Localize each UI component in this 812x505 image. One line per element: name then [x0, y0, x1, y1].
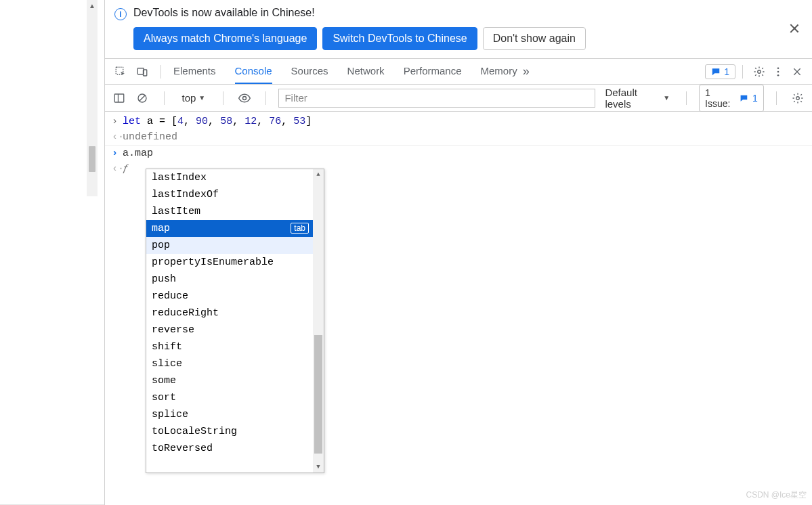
tab-elements[interactable]: Elements — [173, 59, 216, 84]
inspect-element-icon[interactable] — [110, 62, 131, 82]
autocomplete-item[interactable]: lastIndexOf — [146, 186, 313, 203]
input-chevron-icon: › — [112, 148, 123, 159]
device-toolbar-icon[interactable] — [132, 62, 152, 82]
autocomplete-item[interactable]: slice — [146, 355, 313, 372]
close-icon[interactable] — [789, 23, 800, 34]
svg-rect-7 — [114, 94, 124, 102]
function-marker: ƒ — [123, 163, 129, 175]
watermark: CSDN @Ice星空 — [746, 489, 807, 501]
tab-console[interactable]: Console — [235, 59, 272, 84]
svg-point-11 — [243, 96, 247, 100]
autocomplete-scrollbar[interactable]: ▲ ▼ — [313, 169, 324, 473]
issues-badge[interactable]: 1 Issue: 1 — [699, 85, 764, 112]
scrollbar-down-arrow[interactable]: ▼ — [316, 462, 320, 473]
live-expression-icon[interactable] — [236, 89, 253, 108]
filter-input[interactable] — [278, 89, 595, 108]
chevron-down-icon: ▼ — [198, 94, 205, 102]
switch-language-button[interactable]: Switch DevTools to Chinese — [322, 27, 477, 50]
svg-line-10 — [140, 95, 146, 101]
divider — [161, 65, 161, 79]
divider — [776, 91, 777, 105]
messages-badge[interactable]: 1 — [705, 64, 735, 79]
scrollbar-track[interactable] — [313, 180, 324, 462]
tab-network[interactable]: Network — [347, 59, 385, 84]
close-devtools-icon[interactable] — [788, 62, 807, 81]
page-left-gutter: ▲ — [0, 0, 104, 505]
chevron-down-icon: ▼ — [663, 94, 670, 102]
autocomplete-item[interactable]: lastIndex — [146, 169, 313, 186]
console-toolbar: top ▼ Default levels ▼ 1 Issue: 1 — [105, 85, 812, 112]
devtools-tabstrip: ElementsConsoleSourcesNetworkPerformance… — [105, 59, 812, 85]
execution-context-selector[interactable]: top ▼ — [177, 90, 211, 106]
clear-console-icon[interactable] — [133, 89, 151, 108]
settings-icon[interactable] — [750, 62, 769, 81]
console-settings-icon[interactable] — [789, 89, 807, 108]
infobar-message: DevTools is now available in Chinese! — [133, 7, 586, 19]
scrollbar-up-arrow[interactable]: ▲ — [87, 0, 98, 11]
autocomplete-item[interactable]: pop — [146, 237, 313, 254]
divider — [265, 91, 266, 105]
svg-point-12 — [796, 96, 800, 100]
console-output-value: undefined — [123, 131, 177, 143]
autocomplete-item[interactable]: shift — [146, 338, 313, 355]
autocomplete-item[interactable]: maptab — [146, 220, 313, 237]
language-infobar: i DevTools is now available in Chinese! … — [105, 0, 812, 59]
autocomplete-item[interactable]: propertyIsEnumerable — [146, 254, 313, 271]
info-icon: i — [114, 8, 127, 20]
autocomplete-item[interactable]: sort — [146, 389, 313, 406]
console-current-input[interactable]: a.map — [123, 148, 153, 159]
page-scrollbar[interactable]: ▲ — [87, 0, 98, 196]
console-body[interactable]: › let a = [4, 90, 58, 12, 76, 53] ‹· und… — [105, 112, 812, 505]
input-chevron-icon: › — [112, 116, 123, 127]
svg-point-6 — [777, 74, 779, 76]
svg-point-3 — [758, 70, 761, 73]
divider — [742, 65, 743, 79]
divider — [223, 91, 223, 105]
always-match-button[interactable]: Always match Chrome's language — [133, 27, 317, 50]
console-code: let a = [4, 90, 58, 12, 76, 53] — [123, 116, 312, 127]
autocomplete-item[interactable]: splice — [146, 406, 313, 423]
autocomplete-item[interactable]: reduce — [146, 288, 313, 305]
divider — [164, 91, 165, 105]
devtools-tabs: ElementsConsoleSourcesNetworkPerformance… — [173, 59, 517, 84]
scrollbar-thumb[interactable] — [314, 335, 322, 454]
message-icon — [740, 93, 748, 103]
messages-count: 1 — [724, 66, 729, 77]
log-levels-selector[interactable]: Default levels ▼ — [601, 87, 674, 110]
tab-sources[interactable]: Sources — [291, 59, 328, 84]
tab-performance[interactable]: Performance — [404, 59, 462, 84]
autocomplete-item[interactable]: reduceRight — [146, 305, 313, 322]
autocomplete-item[interactable]: toReversed — [146, 440, 313, 457]
levels-label: Default levels — [605, 87, 662, 110]
issues-count: 1 — [752, 93, 758, 104]
scrollbar-thumb[interactable] — [89, 146, 95, 172]
toggle-sidebar-icon[interactable] — [110, 89, 128, 108]
more-tabs-icon[interactable]: » — [517, 64, 535, 79]
svg-point-5 — [777, 70, 779, 72]
console-input-row[interactable]: › a.map — [105, 146, 812, 161]
console-output-row: ‹· undefined — [105, 129, 812, 145]
divider — [686, 91, 687, 105]
devtools-panel: i DevTools is now available in Chinese! … — [104, 0, 812, 505]
kebab-menu-icon[interactable] — [769, 62, 788, 81]
console-input-row: › let a = [4, 90, 58, 12, 76, 53] — [105, 114, 812, 129]
autocomplete-item[interactable]: push — [146, 271, 313, 288]
autocomplete-item[interactable]: reverse — [146, 322, 313, 338]
tab-hint: tab — [291, 223, 309, 234]
issues-label: 1 Issue: — [705, 87, 735, 109]
output-chevron-icon: ‹· — [112, 163, 123, 175]
tab-memory[interactable]: Memory — [481, 59, 517, 84]
message-icon — [711, 67, 721, 76]
dont-show-again-button[interactable]: Don't show again — [483, 27, 586, 50]
autocomplete-popup: lastIndexlastIndexOflastItemmaptabpoppro… — [146, 169, 324, 473]
autocomplete-item[interactable]: toLocaleString — [146, 423, 313, 440]
autocomplete-item[interactable]: some — [146, 372, 313, 389]
output-chevron-icon: ‹· — [112, 131, 123, 143]
context-label: top — [182, 92, 196, 104]
svg-point-4 — [777, 67, 779, 69]
autocomplete-list[interactable]: lastIndexlastIndexOflastItemmaptabpoppro… — [146, 169, 313, 473]
autocomplete-item[interactable]: lastItem — [146, 203, 313, 220]
scrollbar-up-arrow[interactable]: ▲ — [316, 169, 320, 180]
